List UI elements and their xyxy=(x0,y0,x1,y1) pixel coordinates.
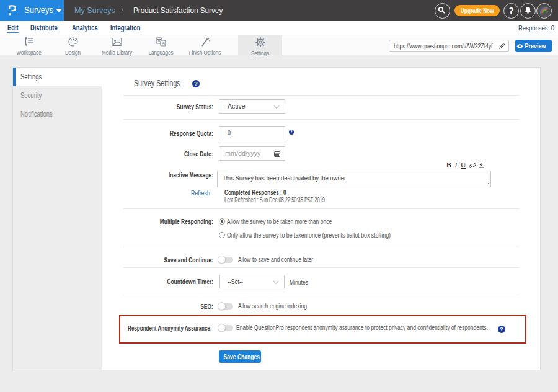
svg-text:A: A xyxy=(162,41,165,45)
